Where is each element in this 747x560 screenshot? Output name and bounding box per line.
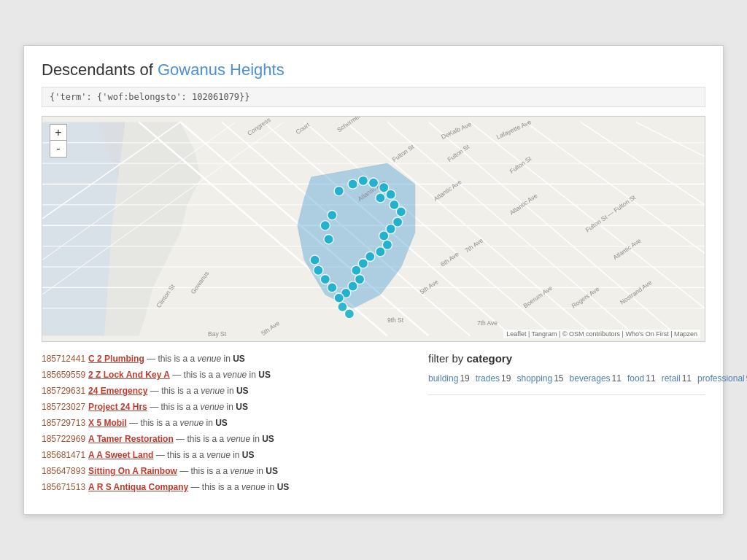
svg-point-54 bbox=[368, 178, 378, 187]
listing-name-link[interactable]: 24 Emergency bbox=[88, 386, 147, 396]
listing-name-link[interactable]: 2 Z Lock And Key A bbox=[88, 370, 170, 380]
filter-panel: filter by category building19trades19sho… bbox=[428, 352, 705, 497]
list-item: 18572963124 Emergency — this is a a venu… bbox=[42, 384, 414, 397]
tag-link[interactable]: trades bbox=[476, 373, 500, 384]
tag-link[interactable]: shopping bbox=[516, 373, 552, 384]
svg-point-56 bbox=[376, 193, 385, 203]
filter-tag: professional9 bbox=[697, 373, 747, 384]
filter-tag: retail11 bbox=[662, 373, 697, 384]
listing-name-link[interactable]: A Tamer Restoration bbox=[88, 434, 174, 444]
filter-title: filter by category bbox=[428, 352, 705, 365]
svg-point-62 bbox=[379, 231, 389, 241]
svg-point-57 bbox=[386, 190, 395, 199]
map-svg: DeKalb Ave Lafayette Ave Congress Court … bbox=[42, 117, 705, 341]
query-display: {'term': {'wof:belongsto': 102061079}} bbox=[42, 87, 705, 107]
listings-panel: 185712441C 2 Plumbing — this is a a venu… bbox=[42, 352, 414, 497]
tag-link[interactable]: professional bbox=[697, 373, 745, 384]
svg-point-75 bbox=[320, 274, 330, 284]
svg-point-79 bbox=[320, 221, 330, 230]
filter-tag: trades19 bbox=[476, 373, 517, 384]
svg-point-53 bbox=[358, 176, 368, 185]
content-row: 185712441C 2 Plumbing — this is a a venu… bbox=[42, 352, 705, 497]
filter-tag: building19 bbox=[428, 373, 476, 384]
map-attribution: Leaflet | Tangram | © OSM contributors |… bbox=[503, 330, 700, 338]
svg-point-67 bbox=[352, 265, 361, 275]
listing-name-link[interactable]: X 5 Mobil bbox=[88, 418, 127, 428]
svg-point-59 bbox=[396, 207, 406, 217]
list-item: 185681471A A Sweet Land — this is a a ve… bbox=[42, 448, 414, 462]
list-item: 185729713X 5 Mobil — this is a a venue i… bbox=[42, 416, 414, 429]
main-container: Descendants of Gowanus Heights {'term': … bbox=[23, 45, 724, 515]
filter-divider bbox=[428, 394, 705, 395]
listing-name-link[interactable]: Sitting On A Rainbow bbox=[88, 466, 177, 476]
tag-link[interactable]: beverages bbox=[570, 373, 611, 384]
list-item: 1856595592 Z Lock And Key A — this is a … bbox=[42, 368, 414, 381]
zoom-in-button[interactable]: + bbox=[50, 125, 66, 141]
svg-point-71 bbox=[334, 293, 344, 303]
filter-tags: building19trades19shopping15beverages11f… bbox=[428, 370, 705, 387]
svg-point-80 bbox=[328, 210, 337, 219]
svg-text:Bay St: Bay St bbox=[208, 330, 227, 338]
svg-point-77 bbox=[310, 255, 320, 265]
listing-name-link[interactable]: A A Sweet Land bbox=[88, 450, 153, 460]
svg-text:7th Ave: 7th Ave bbox=[477, 319, 498, 327]
svg-point-52 bbox=[348, 179, 357, 189]
tag-link[interactable]: building bbox=[428, 373, 458, 384]
svg-point-73 bbox=[344, 309, 354, 319]
listing-name-link[interactable]: C 2 Plumbing bbox=[88, 354, 144, 364]
svg-point-78 bbox=[324, 235, 333, 244]
listing-name-link[interactable]: A R S Antiqua Company bbox=[88, 482, 188, 492]
svg-point-74 bbox=[328, 283, 337, 292]
filter-tag: shopping15 bbox=[516, 373, 569, 384]
zoom-out-button[interactable]: - bbox=[50, 141, 66, 157]
list-item: 185723027Project 24 Hrs — this is a a ve… bbox=[42, 400, 414, 413]
filter-tag: food11 bbox=[627, 373, 662, 384]
map-zoom-controls[interactable]: + - bbox=[50, 124, 67, 158]
map-container[interactable]: DeKalb Ave Lafayette Ave Congress Court … bbox=[42, 116, 705, 342]
tag-link[interactable]: retail bbox=[662, 373, 681, 384]
tag-link[interactable]: food bbox=[627, 373, 644, 384]
svg-point-64 bbox=[376, 247, 385, 257]
list-item: 185647893Sitting On A Rainbow — this is … bbox=[42, 464, 414, 478]
filter-tag: beverages11 bbox=[570, 373, 627, 384]
svg-text:9th St: 9th St bbox=[387, 316, 404, 324]
list-item: 185671513A R S Antiqua Company — this is… bbox=[42, 481, 414, 494]
list-item: 185712441C 2 Plumbing — this is a a venu… bbox=[42, 352, 414, 365]
svg-point-76 bbox=[314, 265, 323, 275]
listing-name-link[interactable]: Project 24 Hrs bbox=[88, 402, 147, 412]
svg-point-51 bbox=[334, 186, 344, 195]
list-item: 185722969A Tamer Restoration — this is a… bbox=[42, 432, 414, 446]
page-title: Descendants of Gowanus Heights bbox=[42, 61, 705, 79]
